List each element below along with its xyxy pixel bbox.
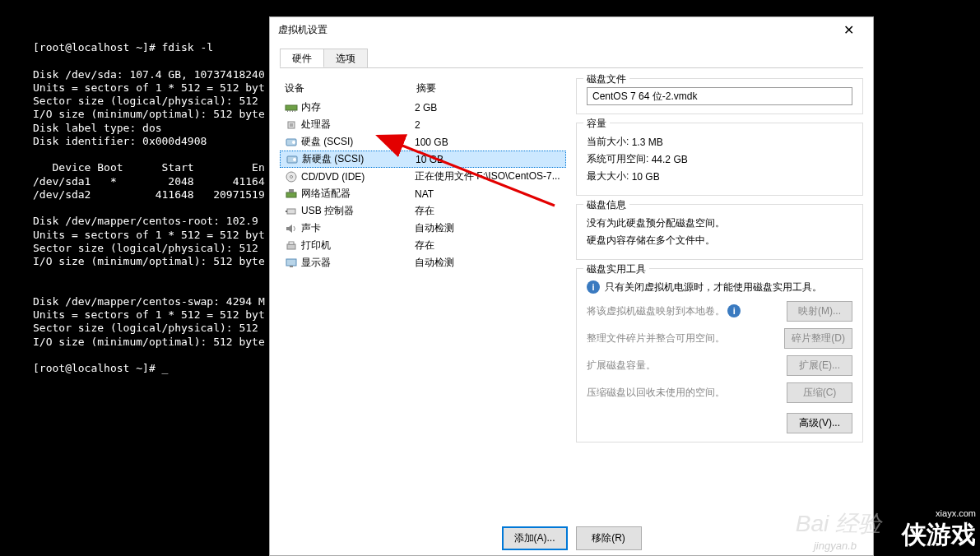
device-row-network[interactable]: 网络适配器NAT	[280, 185, 566, 202]
device-name: CD/DVD (IDE)	[301, 171, 365, 183]
legend-disk-info: 磁盘信息	[583, 198, 629, 212]
legend-capacity: 容量	[583, 117, 610, 131]
cd-icon	[285, 170, 298, 183]
util-text: 扩展磁盘容量。	[587, 359, 787, 373]
info-icon: i	[727, 304, 741, 317]
svg-rect-4	[295, 110, 295, 112]
memory-icon	[285, 101, 298, 114]
util-button[interactable]: 映射(M)...	[787, 301, 852, 322]
fieldset-disk-file: 磁盘文件	[576, 78, 863, 114]
device-summary: 正在使用文件 F:\ISO\CentOS-7...	[415, 169, 561, 183]
add-button[interactable]: 添加(A)...	[502, 526, 568, 550]
svg-marker-17	[286, 225, 292, 233]
printer-icon	[285, 239, 298, 253]
display-icon	[285, 257, 298, 270]
svg-point-10	[293, 158, 296, 161]
device-summary: 2	[415, 119, 561, 131]
close-button[interactable]: ✕	[832, 17, 865, 42]
device-name: 硬盘 (SCSI)	[301, 135, 353, 149]
util-row: 整理文件碎片并整合可用空间。 碎片整理(D)	[587, 328, 852, 349]
util-row: 扩展磁盘容量。 扩展(E)...	[587, 355, 852, 376]
legend-disk-file: 磁盘文件	[583, 72, 629, 86]
value-current-size: 1.3 MB	[632, 137, 663, 148]
label-free-space: 系统可用空间:	[587, 152, 648, 166]
util-row: 压缩磁盘以回收未使用的空间。 压缩(C)	[587, 382, 852, 403]
device-name: 处理器	[301, 118, 331, 132]
device-row-cd[interactable]: CD/DVD (IDE)正在使用文件 F:\ISO\CentOS-7...	[280, 168, 566, 185]
details-pane: 磁盘文件 容量 当前大小: 1.3 MB 系统可用空间: 44.2 GB 最大大…	[576, 78, 863, 451]
device-list-pane: 设备 摘要 内存2 GB处理器2硬盘 (SCSI)100 GB新硬盘 (SCSI…	[280, 78, 566, 451]
disk-info-line2: 硬盘内容存储在多个文件中。	[587, 234, 852, 248]
disk-file-input[interactable]	[587, 87, 852, 105]
svg-point-8	[292, 141, 295, 144]
device-summary: 存在	[415, 239, 561, 253]
util-button[interactable]: 扩展(E)...	[787, 355, 852, 376]
device-summary: 存在	[415, 204, 561, 218]
device-row-usb[interactable]: USB 控制器存在	[280, 202, 566, 220]
network-icon	[285, 188, 298, 201]
svg-rect-18	[287, 244, 295, 249]
device-row-sound[interactable]: 声卡自动检测	[280, 220, 566, 237]
utilities-warning: 只有关闭虚拟机电源时，才能使用磁盘实用工具。	[605, 280, 822, 294]
util-text: 压缩磁盘以回收未使用的空间。	[587, 386, 787, 400]
device-summary: 自动检测	[415, 256, 561, 270]
fieldset-disk-info: 磁盘信息 没有为此硬盘预分配磁盘空间。 硬盘内容存储在多个文件中。	[576, 204, 863, 260]
fieldset-utilities: 磁盘实用工具 i 只有关闭虚拟机电源时，才能使用磁盘实用工具。 将该虚拟机磁盘映…	[576, 268, 863, 442]
svg-rect-2	[290, 110, 290, 112]
svg-rect-1	[287, 110, 288, 112]
device-name: 声卡	[301, 221, 321, 235]
svg-point-12	[290, 175, 293, 178]
dialog-titlebar: 虚拟机设置 ✕	[270, 17, 873, 42]
svg-rect-0	[286, 105, 297, 110]
svg-rect-3	[292, 110, 293, 112]
remove-button[interactable]: 移除(R)	[576, 526, 642, 550]
close-icon: ✕	[843, 22, 854, 38]
legend-utilities: 磁盘实用工具	[583, 262, 649, 276]
device-name: 显示器	[301, 256, 331, 270]
header-device: 设备	[285, 81, 416, 95]
svg-rect-14	[289, 189, 294, 192]
svg-rect-6	[290, 123, 293, 127]
svg-rect-19	[289, 242, 294, 244]
device-row-cpu[interactable]: 处理器2	[280, 116, 566, 133]
device-summary: 100 GB	[415, 137, 561, 148]
device-row-disk[interactable]: 硬盘 (SCSI)100 GB	[280, 133, 566, 151]
device-name: USB 控制器	[301, 204, 354, 218]
label-current-size: 当前大小:	[587, 135, 629, 149]
tabs: 硬件 选项	[280, 49, 863, 68]
device-row-printer[interactable]: 打印机存在	[280, 237, 566, 254]
device-name: 打印机	[301, 239, 331, 253]
util-row: 将该虚拟机磁盘映射到本地卷。 i映射(M)...	[587, 301, 852, 322]
sound-icon	[285, 222, 298, 235]
util-button[interactable]: 碎片整理(D)	[784, 328, 852, 349]
device-list-header: 设备 摘要	[280, 78, 566, 99]
value-free-space: 44.2 GB	[652, 154, 688, 165]
util-button[interactable]: 压缩(C)	[787, 382, 852, 403]
tab-hardware[interactable]: 硬件	[280, 49, 324, 67]
disk-info-line1: 没有为此硬盘预分配磁盘空间。	[587, 216, 852, 230]
device-name: 网络适配器	[301, 187, 351, 201]
usb-icon	[285, 205, 298, 218]
dialog-bottom-buttons: 添加(A)... 移除(R)	[270, 521, 873, 555]
cpu-icon	[285, 118, 298, 132]
dialog-title: 虚拟机设置	[278, 23, 832, 37]
fieldset-capacity: 容量 当前大小: 1.3 MB 系统可用空间: 44.2 GB 最大大小: 10…	[576, 123, 863, 196]
device-row-memory[interactable]: 内存2 GB	[280, 99, 566, 116]
device-name: 新硬盘 (SCSI)	[302, 152, 364, 166]
device-row-disk[interactable]: 新硬盘 (SCSI)10 GB	[280, 151, 566, 168]
tab-options[interactable]: 选项	[323, 49, 368, 67]
device-summary: NAT	[415, 188, 561, 200]
svg-rect-15	[287, 209, 295, 214]
device-summary: 2 GB	[415, 102, 561, 114]
device-summary: 10 GB	[416, 154, 560, 165]
device-row-display[interactable]: 显示器自动检测	[280, 254, 566, 271]
disk-icon	[286, 153, 299, 166]
svg-rect-21	[290, 266, 293, 267]
device-name: 内存	[301, 100, 321, 114]
svg-rect-13	[286, 192, 296, 197]
label-max-size: 最大大小:	[587, 169, 629, 183]
advanced-button[interactable]: 高级(V)...	[787, 413, 852, 433]
vm-settings-dialog: 虚拟机设置 ✕ 硬件 选项 设备 摘要 内存2 GB处理器2硬盘 (SCSI)1…	[269, 16, 874, 556]
info-icon: i	[587, 280, 600, 294]
value-max-size: 10 GB	[632, 171, 660, 183]
